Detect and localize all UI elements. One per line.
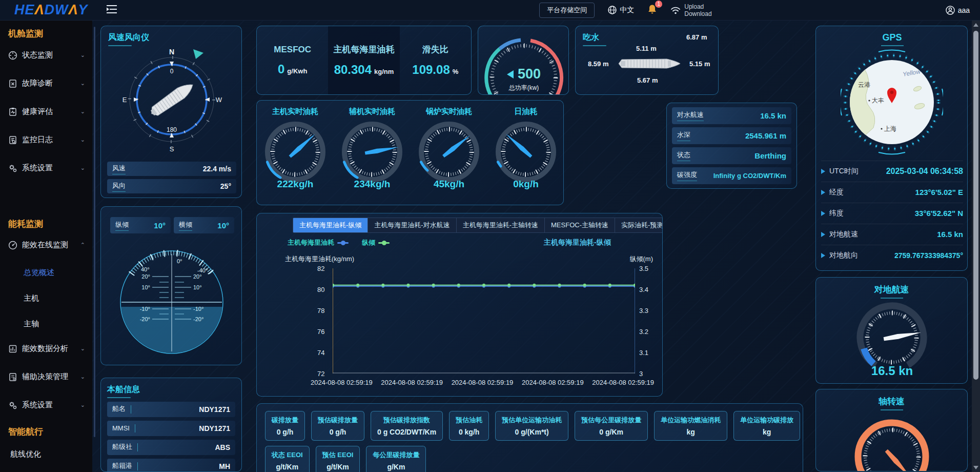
tab-fuel-stw[interactable]: 主机每海里油耗-对水航速: [368, 218, 456, 232]
wind-speed-direction-panel: 风速风向仪 N S E W 0 180 风速22.4 m/: [100, 26, 242, 198]
total-power-value: 500: [478, 66, 569, 82]
sidebar-collapse-icon[interactable]: [106, 5, 118, 16]
sidebar-item-system-settings-1[interactable]: 系统设置⌄: [0, 163, 92, 173]
inclinometer-panel: 纵倾10° 横倾10° 0°: [100, 206, 242, 365]
settings-gear-icon: [8, 164, 17, 173]
language-switcher[interactable]: 中文: [608, 6, 634, 15]
decision-support-icon: [8, 372, 17, 382]
energy-online-icon: [8, 241, 17, 250]
ytick-right: 3: [639, 370, 643, 378]
gps-map: Yellow Sea 云港 大丰 上海 京: [841, 48, 943, 156]
draft-bottom: 5.67 m: [637, 76, 658, 84]
sog-row: 对地航速16.5 kn: [821, 224, 963, 244]
svg-text:云港: 云港: [858, 81, 870, 88]
badge-est-carbon-index: 预估碳排放指数0 g CO2/DWT/Km: [371, 411, 443, 441]
ytick-right: 3.3: [639, 307, 648, 314]
scrollbar-up-arrow-icon[interactable]: [973, 23, 978, 27]
ytick-right: 3.4: [639, 286, 648, 293]
compass: N S E W 0 180: [109, 41, 234, 159]
scrollbar-thumb[interactable]: [973, 31, 978, 380]
notification-count-badge: 1: [655, 1, 662, 8]
svg-text:20°: 20°: [193, 273, 202, 280]
daily-fuel-gauge: 日油耗 0kg/h: [487, 107, 564, 205]
svg-text:W: W: [216, 96, 222, 104]
svg-text:N: N: [169, 48, 174, 56]
ytick-left: 72: [317, 370, 324, 378]
svg-text:-10°: -10°: [140, 306, 150, 312]
total-power-gauge-panel: 500 总功率(kw): [478, 26, 569, 95]
chart-plot-area: [333, 268, 635, 373]
ytick-left: 76: [317, 328, 324, 336]
user-menu[interactable]: aaa: [946, 6, 970, 15]
tab-mesfoc-shaft-rpm[interactable]: MESFOC-主轴转速: [545, 218, 615, 232]
cog-row: 对地航向2759.767333984375°: [821, 245, 963, 265]
fuel-trim-chart-panel: 主机每海里油耗-纵倾 主机每海里油耗-对水航速 主机每海里油耗-主轴转速 MES…: [256, 213, 663, 397]
ship-name-row: 船名NDY1271: [107, 402, 235, 417]
legend-series-trim[interactable]: 纵倾: [362, 238, 390, 247]
class-society-row: 船级社ABS: [107, 440, 235, 455]
water-depth-row: 水深2545.961 m: [672, 127, 791, 144]
chart-legend: 主机每海里油耗 纵倾: [288, 238, 390, 247]
ytick-left: 80: [317, 286, 324, 293]
sidebar-item-decision-support[interactable]: 辅助决策管理⌄: [0, 372, 92, 382]
sidebar-section-energy-monitor: 能耗监测: [0, 218, 43, 230]
legend-series-fuel[interactable]: 主机每海里油耗: [288, 238, 349, 247]
svg-text:0°: 0°: [177, 258, 182, 264]
sidebar-item-route-optimization[interactable]: 航线优化: [10, 449, 41, 459]
sidebar-item-health-evaluation[interactable]: 健康评估⌄: [0, 107, 92, 116]
triangle-bullet-icon: [821, 232, 825, 237]
emissions-row-2: 状态 EEOIg/t/Km 预估 EEOIg/t/Km 每公里碳排放量g/Km: [265, 446, 794, 472]
draft-fore: 6.87 m: [686, 33, 707, 41]
ytick-left: 82: [317, 265, 324, 272]
top-header: HEΛDWΛY 平台存储空间 中文 1 UploadDownload aaa: [0, 0, 980, 21]
sidebar-item-monitor-log[interactable]: 监控日志⌄: [0, 135, 92, 145]
ytick-left: 78: [317, 307, 324, 314]
sidebar-item-fault-diagnosis[interactable]: 故障诊断⌄: [0, 78, 92, 88]
window-scrollbar[interactable]: [972, 21, 980, 472]
fuel-per-nm-col: 主机每海里油耗 80.304kg/nm: [328, 26, 399, 94]
sidebar-item-energy-data-analysis[interactable]: 能效数据分析⌄: [0, 344, 92, 353]
sidebar-section-engine-room: 机舱监测: [0, 28, 43, 40]
draft-left: 8.59 m: [588, 60, 608, 68]
sidebar-section-smart-navigation: 智能航行: [0, 426, 43, 438]
badge-est-carbon-per-km: 预估每公里碳排放量0 g/Km: [575, 411, 648, 441]
draft-top: 5.11 m: [636, 45, 657, 52]
svg-text:S: S: [170, 145, 174, 153]
svg-text:-10°: -10°: [193, 306, 203, 312]
carbon-intensity-row: 碳强度Infinity g CO2/DWT/Km: [672, 167, 791, 184]
svg-text:20°: 20°: [141, 273, 150, 280]
upload-download-button[interactable]: UploadDownload: [670, 3, 711, 17]
fault-diagnosis-icon: [8, 79, 17, 88]
emissions-row-1: 碳排放量0 g/h 预估碳排放量0 g/h 预估碳排放指数0 g CO2/DWT…: [265, 411, 794, 441]
scrollbar-down-arrow-icon[interactable]: [973, 466, 978, 469]
sidebar-item-energy-online-monitor[interactable]: 能效在线监测⌃: [0, 240, 92, 250]
chart-title: 主机每海里油耗-纵倾: [544, 238, 611, 247]
sidebar-subitem-main-engine[interactable]: 主机: [24, 293, 39, 303]
sidebar-scrollbar[interactable]: [94, 27, 95, 437]
sog-value: 16.5 kn: [816, 364, 968, 378]
tab-actual-vs-predicted[interactable]: 实际油耗-预测油耗: [615, 218, 663, 232]
svg-text:10°: 10°: [193, 284, 202, 290]
gps-title: GPS: [816, 32, 968, 46]
triangle-bullet-icon: [821, 169, 825, 174]
sidebar-item-status-monitor[interactable]: 状态监测⌄: [0, 50, 92, 60]
storage-space-button[interactable]: 平台存储空间: [539, 3, 595, 18]
svg-text:0: 0: [170, 68, 174, 75]
svg-text:10°: 10°: [141, 284, 150, 290]
ytick-left: 74: [317, 349, 324, 357]
pitch-box: 纵倾10°: [110, 217, 171, 233]
wind-direction-row: 风向25°: [107, 179, 236, 193]
sog-gauge-panel: 对地航速 16.5 kn: [815, 277, 968, 384]
sidebar-subitem-overview[interactable]: 总览概述: [24, 268, 54, 278]
x-axis-labels: 2024-08-08 02:59:19 2024-08-08 02:59:19 …: [311, 379, 654, 386]
tab-fuel-trim[interactable]: 主机每海里油耗-纵倾: [293, 218, 368, 232]
total-power-label: 总功率(kw): [478, 84, 569, 92]
notification-bell[interactable]: 1: [647, 4, 657, 16]
svg-text:40°: 40°: [141, 266, 150, 272]
badge-status-eeoi: 状态 EEOIg/t/Km: [265, 446, 310, 472]
tab-fuel-shaft-rpm[interactable]: 主机每海里油耗-主轴转速: [457, 218, 545, 232]
sidebar-item-system-settings-2[interactable]: 系统设置⌄: [0, 400, 92, 410]
gps-panel: GPS Yellow Sea 云港 大丰 上海 京: [815, 26, 968, 271]
sidebar-subitem-main-shaft[interactable]: 主轴: [24, 319, 39, 329]
triangle-bullet-icon: [821, 253, 825, 258]
